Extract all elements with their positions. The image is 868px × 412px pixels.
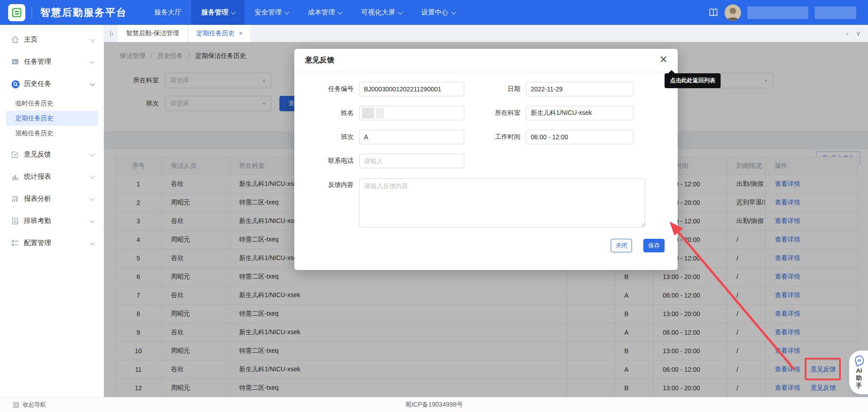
sidebar-item-统计报表[interactable]: 统计报表 bbox=[0, 166, 104, 188]
redacted-username bbox=[747, 6, 808, 19]
svg-text:AI: AI bbox=[857, 358, 861, 363]
nav-item-可视化大屏[interactable]: 可视化大屏 bbox=[351, 0, 411, 25]
chevron-down-icon bbox=[338, 9, 343, 14]
ai-assistant-label: AI助手 bbox=[853, 367, 865, 389]
tasks-icon bbox=[11, 58, 19, 66]
schedule-icon bbox=[11, 217, 19, 225]
collapse-tabs-icon[interactable]: ‹ bbox=[110, 30, 113, 37]
name-input[interactable] bbox=[359, 106, 464, 120]
tab-bar: ‹ 智慧后勤-保洁管理定期任务历史× › ∨ bbox=[104, 25, 868, 42]
tab-定期任务历史[interactable]: 定期任务历史× bbox=[189, 25, 251, 42]
avatar[interactable] bbox=[725, 5, 741, 21]
modal-close-icon[interactable]: ✕ bbox=[660, 55, 668, 65]
redacted-name-block bbox=[376, 108, 384, 118]
feedback-modal: 意见反馈 ✕ 任务编号 日期 姓名 所在科室 班次 工作时间 bbox=[294, 49, 678, 270]
modal-shift-label: 班次 bbox=[297, 133, 359, 141]
collapse-nav-icon bbox=[13, 402, 19, 408]
chevron-down-icon bbox=[90, 81, 95, 85]
config-icon bbox=[11, 239, 19, 247]
modal-close-button[interactable]: 关闭 bbox=[611, 239, 632, 252]
chevron-down-icon bbox=[451, 9, 456, 14]
ai-assistant-button[interactable]: AI AI助手 bbox=[849, 350, 868, 394]
sidebar: 主页任务管理历史任务临时任务历史定期任务历史巡检任务历史意见反馈统计报表报表分析… bbox=[0, 25, 104, 397]
phone-input[interactable] bbox=[359, 154, 464, 168]
task-no-label: 任务编号 bbox=[297, 85, 359, 93]
nav-item-设置中心[interactable]: 设置中心 bbox=[411, 0, 465, 25]
chevron-down-icon bbox=[231, 9, 236, 14]
sidebar-item-报表分析[interactable]: 报表分析 bbox=[0, 188, 104, 210]
sidebar-subitem-临时任务历史[interactable]: 临时任务历史 bbox=[6, 96, 98, 111]
nav-item-服务管理[interactable]: 服务管理 bbox=[191, 0, 245, 25]
feedback-edit-icon bbox=[11, 151, 19, 159]
date-input[interactable] bbox=[526, 82, 633, 96]
chevron-down-icon bbox=[90, 218, 95, 223]
tab-智慧后勤-保洁管理[interactable]: 智慧后勤-保洁管理 bbox=[118, 25, 188, 42]
bar-chart-icon bbox=[11, 173, 19, 181]
navbar-right bbox=[708, 5, 868, 21]
redacted-name-block bbox=[362, 108, 374, 118]
redacted-role bbox=[815, 6, 856, 19]
tab-close-icon[interactable]: × bbox=[239, 30, 243, 37]
chevron-down-icon bbox=[284, 9, 289, 14]
app-title: 智慧后勤服务平台 bbox=[32, 6, 127, 19]
app-root: 智慧后勤服务平台 服务大厅服务管理安全管理成本管理可视化大屏设置中心 主页任务管… bbox=[0, 0, 868, 412]
sidebar-subitem-定期任务历史[interactable]: 定期任务历史 bbox=[6, 111, 98, 126]
modal-title: 意见反馈 bbox=[305, 56, 334, 65]
sidebar-item-意见反馈[interactable]: 意见反馈 bbox=[0, 143, 104, 166]
feedback-textarea[interactable] bbox=[359, 178, 645, 227]
modal-dept-label: 所在科室 bbox=[476, 109, 526, 117]
sidebar-item-任务管理[interactable]: 任务管理 bbox=[0, 51, 104, 73]
chevron-down-icon bbox=[90, 36, 95, 41]
collapse-nav-button[interactable]: 收起导航 bbox=[13, 401, 46, 409]
sidebar-item-历史任务[interactable]: 历史任务 bbox=[0, 73, 104, 95]
chevron-down-icon bbox=[90, 173, 95, 178]
sidebar-item-排班考勤[interactable]: 排班考勤 bbox=[0, 210, 104, 232]
textarea-resize-handle[interactable] bbox=[641, 223, 645, 227]
history-search-icon bbox=[11, 80, 19, 88]
phone-label: 联系电话 bbox=[297, 157, 359, 165]
modal-shift-input[interactable] bbox=[359, 130, 464, 144]
work-time-label: 工作时间 bbox=[476, 133, 526, 141]
book-icon[interactable] bbox=[708, 8, 718, 17]
ai-head-icon: AI bbox=[853, 355, 866, 367]
sidebar-item-主页[interactable]: 主页 bbox=[0, 28, 104, 51]
task-no-input[interactable] bbox=[359, 82, 464, 96]
analysis-icon bbox=[11, 195, 19, 203]
modal-dept-input[interactable] bbox=[526, 106, 633, 120]
top-menu: 服务大厅服务管理安全管理成本管理可视化大屏设置中心 bbox=[144, 0, 465, 25]
top-navbar: 智慧后勤服务平台 服务大厅服务管理安全管理成本管理可视化大屏设置中心 bbox=[0, 0, 868, 25]
chevron-down-icon bbox=[90, 195, 95, 200]
modal-save-button[interactable]: 保存 bbox=[643, 239, 665, 252]
chevron-down-icon bbox=[90, 151, 95, 156]
feedback-label: 反馈内容 bbox=[297, 181, 359, 189]
sidebar-item-配置管理[interactable]: 配置管理 bbox=[0, 232, 104, 254]
icp-text: 蜀ICP备19034998号 bbox=[0, 401, 868, 409]
sidebar-subitem-巡检任务历史[interactable]: 巡检任务历史 bbox=[6, 126, 98, 141]
footer: 收起导航 蜀ICP备19034998号 bbox=[0, 397, 868, 412]
chevron-down-icon bbox=[90, 58, 95, 63]
chevron-down-icon bbox=[398, 9, 403, 14]
nav-item-安全管理[interactable]: 安全管理 bbox=[245, 0, 298, 25]
home-icon bbox=[11, 36, 19, 44]
tabs-forward-icon[interactable]: › bbox=[846, 29, 849, 38]
tabs-more-icon[interactable]: ∨ bbox=[856, 29, 861, 38]
app-logo-icon bbox=[8, 4, 25, 21]
name-label: 姓名 bbox=[297, 109, 359, 117]
date-label: 日期 bbox=[476, 85, 526, 93]
nav-item-服务大厅[interactable]: 服务大厅 bbox=[144, 0, 191, 25]
nav-item-成本管理[interactable]: 成本管理 bbox=[298, 0, 351, 25]
work-time-input[interactable] bbox=[526, 130, 633, 144]
chevron-down-icon bbox=[90, 240, 95, 245]
